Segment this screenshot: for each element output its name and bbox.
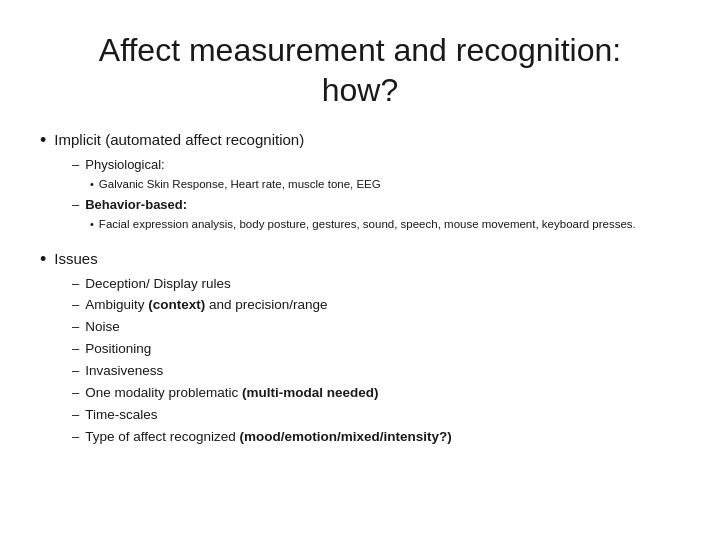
behavior-text: Facial expression analysis, body posture…	[99, 216, 636, 232]
issue-modality-text: One modality problematic (multi-modal ne…	[85, 384, 378, 403]
issue-ambiguity: – Ambiguity (context) and precision/rang…	[72, 296, 680, 315]
issue-type-text: Type of affect recognized (mood/emotion/…	[85, 428, 452, 447]
issue-positioning: – Positioning	[72, 340, 680, 359]
slide-title: Affect measurement and recognition: how?	[40, 30, 680, 110]
bullet-issues: • Issues	[40, 249, 680, 271]
issue-ambiguity-text: Ambiguity (context) and precision/range	[85, 296, 327, 315]
bullet-implicit: • Implicit (automated affect recognition…	[40, 130, 680, 152]
issue-deception: – Deception/ Display rules	[72, 275, 680, 294]
title-line2: how?	[322, 72, 399, 108]
dash-behavior: – Behavior-based:	[72, 196, 680, 214]
physiological-details: • Galvanic Skin Response, Heart rate, mu…	[90, 176, 680, 193]
issue-noise-text: Noise	[85, 318, 120, 337]
issue-invasiveness: – Invasiveness	[72, 362, 680, 381]
issue-invasiveness-text: Invasiveness	[85, 362, 163, 381]
behavior-details: • Facial expression analysis, body postu…	[90, 216, 680, 233]
bullet-issues-text: Issues	[54, 249, 97, 269]
issue-timescales-text: Time-scales	[85, 406, 157, 425]
behavior-item: • Facial expression analysis, body postu…	[90, 216, 680, 233]
slide: Affect measurement and recognition: how?…	[0, 0, 720, 540]
issue-type: – Type of affect recognized (mood/emotio…	[72, 428, 680, 447]
physiological-text: Galvanic Skin Response, Heart rate, musc…	[99, 176, 381, 192]
dash-physiological: – Physiological:	[72, 156, 680, 174]
issue-modality: – One modality problematic (multi-modal …	[72, 384, 680, 403]
slide-content: • Implicit (automated affect recognition…	[40, 130, 680, 520]
issues-list: – Deception/ Display rules – Ambiguity (…	[72, 275, 680, 447]
title-line1: Affect measurement and recognition:	[99, 32, 621, 68]
physiological-item: • Galvanic Skin Response, Heart rate, mu…	[90, 176, 680, 193]
issue-noise: – Noise	[72, 318, 680, 337]
dash-behavior-text: Behavior-based:	[85, 196, 187, 214]
issue-timescales: – Time-scales	[72, 406, 680, 425]
bullet-dot-1: •	[40, 130, 46, 152]
issue-deception-text: Deception/ Display rules	[85, 275, 231, 294]
bullet-dot-2: •	[40, 249, 46, 271]
issue-positioning-text: Positioning	[85, 340, 151, 359]
implicit-sub-items: – Physiological: • Galvanic Skin Respons…	[72, 156, 680, 233]
dash-physiological-text: Physiological:	[85, 156, 165, 174]
bullet-implicit-text: Implicit (automated affect recognition)	[54, 130, 304, 150]
